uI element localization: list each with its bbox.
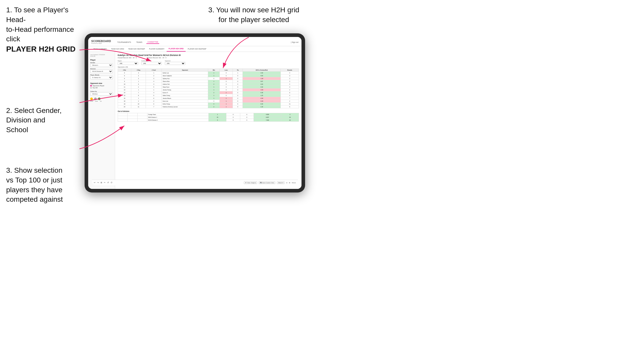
table-row: 1822Euna Lee010-5.002 bbox=[118, 100, 299, 103]
table-cell: -3.00 bbox=[243, 89, 281, 91]
table-cell: 4 bbox=[281, 72, 299, 74]
logo-area: SCOREBOARD Powered by clippd bbox=[91, 40, 111, 44]
table-cell: 2 bbox=[219, 91, 233, 94]
sign-out[interactable]: | Sign out bbox=[291, 41, 298, 43]
watch-btn[interactable]: Watch ▾ bbox=[277, 181, 285, 184]
out-table-cell: 7.400 bbox=[254, 119, 281, 122]
conference-select[interactable]: (All) bbox=[141, 62, 162, 65]
nav-teams[interactable]: TEAMS bbox=[135, 41, 143, 44]
out-table-cell: NAIA Division 1 bbox=[147, 116, 208, 119]
table-cell: 2 bbox=[281, 100, 299, 103]
region-select[interactable]: (All) bbox=[118, 62, 138, 65]
other-icon3[interactable]: ↺ bbox=[107, 181, 109, 184]
division-select[interactable]: NCAA Division III bbox=[90, 70, 113, 73]
table-row: 914Sharon Mun1003.673 bbox=[118, 80, 299, 83]
subnav-team-h2h-grid[interactable]: TEAM H2H GRID bbox=[109, 46, 126, 52]
radio-dot-1 bbox=[90, 85, 92, 86]
out-table-cell bbox=[118, 119, 128, 122]
table-cell: 6 bbox=[118, 72, 131, 74]
table-cell: 1 bbox=[131, 89, 146, 91]
other-icon4[interactable]: ⏱ bbox=[110, 181, 113, 184]
colour-by-select[interactable]: Win/loss bbox=[90, 92, 113, 96]
save-custom-btn[interactable]: 💾 Save Custom View bbox=[259, 181, 275, 184]
out-table-cell bbox=[128, 113, 137, 116]
table-cell: 6 bbox=[118, 77, 131, 80]
table-cell: 0 bbox=[208, 77, 219, 80]
subnav-player-summary[interactable]: PLAYER SUMMARY bbox=[147, 46, 167, 52]
player-section-label: Player bbox=[90, 59, 113, 61]
table-cell: 1 bbox=[219, 77, 233, 80]
instructions-left: 1. To see a Player's Head- to-Head perfo… bbox=[0, 0, 82, 217]
radio-opponents-played[interactable]: Opponents Played bbox=[90, 85, 113, 86]
table-cell: 2 bbox=[281, 89, 299, 91]
table-cell: 0 bbox=[219, 83, 233, 86]
subnav-team-summary[interactable]: TEAM SUMMARY bbox=[91, 46, 109, 52]
table-cell: 4 bbox=[281, 83, 299, 86]
table-cell: 0 bbox=[233, 103, 243, 105]
table-cell: 0 bbox=[233, 97, 243, 100]
data-table: # Div # Reg # Conf Opponent Win Loss Tie… bbox=[118, 69, 299, 108]
radio-top100[interactable]: Top 100 bbox=[90, 87, 113, 89]
subnav-player-h2h-grid[interactable]: PLAYER H2H GRID bbox=[167, 46, 186, 52]
nav-tournaments[interactable]: TOURNAMENTS bbox=[116, 41, 132, 44]
subnav-player-h2h-heatmap[interactable]: PLAYER H2H HEATMAP bbox=[186, 46, 208, 52]
table-cell: 2 bbox=[208, 91, 219, 94]
out-table-row: NCAA Division 25007.40010 bbox=[118, 119, 299, 122]
out-table-cell: 4.500 bbox=[254, 113, 281, 116]
player-rank-select[interactable]: 8. Katelyn Vo bbox=[90, 76, 113, 79]
table-cell: 1.25 bbox=[243, 94, 281, 97]
out-table-cell: 15 bbox=[209, 116, 226, 119]
share-label[interactable]: Share bbox=[292, 182, 296, 184]
step2-block: 2. Select Gender, Division and School bbox=[6, 106, 76, 135]
step2-text: 2. Select Gender, Division and School bbox=[6, 106, 76, 135]
table-cell: 0 bbox=[233, 77, 243, 80]
table-row: 631Esther Lee1011.504 bbox=[118, 72, 299, 74]
table-cell: 3 bbox=[131, 72, 146, 74]
table-cell: 0 bbox=[219, 89, 233, 91]
table-cell: 3 bbox=[281, 77, 299, 80]
table-cell: 1 bbox=[219, 105, 233, 108]
opponent-select[interactable]: (All) bbox=[165, 62, 185, 65]
table-cell: 1 bbox=[131, 80, 146, 83]
table-cell: 19 bbox=[118, 103, 131, 105]
table-cell: 5 bbox=[146, 86, 162, 89]
other-icon2[interactable]: ✂ bbox=[104, 181, 106, 184]
division-record: Division Record: 331 - 34 - 6 bbox=[147, 57, 166, 59]
colour-labels-row: Down Level Up bbox=[90, 101, 113, 102]
table-cell: 9 bbox=[118, 80, 131, 83]
subnav-team-h2h-heatmap[interactable]: TEAM H2H HEATMAP bbox=[126, 46, 147, 52]
table-cell: 4 bbox=[146, 80, 162, 83]
main-area: Katelyn Vo Head-to-Head Grid for Women's… bbox=[115, 52, 301, 189]
view-original-btn[interactable]: 👁 View: Original bbox=[244, 181, 257, 184]
table-cell: 6 bbox=[146, 97, 162, 100]
table-cell: 2 bbox=[131, 86, 146, 89]
table-cell: Jessica Huang bbox=[162, 89, 208, 91]
step3a-text: 3. Show selection vs Top 100 or just pla… bbox=[6, 166, 76, 204]
redo-icon[interactable]: ↪ bbox=[97, 181, 99, 184]
out-table-cell bbox=[137, 113, 147, 116]
table-cell: 3.67 bbox=[243, 80, 281, 83]
step1-block: 1. To see a Player's Head- to-Head perfo… bbox=[6, 5, 76, 54]
table-cell: 0 bbox=[233, 74, 243, 77]
table-cell: -0.94 bbox=[243, 97, 281, 100]
table-cell: 1.50 bbox=[243, 72, 281, 74]
table-row: 633Sydney Kuo010-1.003 bbox=[118, 77, 299, 80]
table-cell: 0 bbox=[233, 83, 243, 86]
other-icon1[interactable]: ⊞ bbox=[100, 181, 102, 184]
table-cell: 1 bbox=[233, 72, 243, 74]
out-table-cell: NCAA Division 2 bbox=[147, 119, 208, 122]
table-cell: 0 bbox=[219, 80, 233, 83]
nav-committee[interactable]: COMMITTEE bbox=[146, 41, 159, 44]
table-row: 1585Stella Cheng1001.254 bbox=[118, 94, 299, 97]
table-cell: 0 bbox=[233, 91, 243, 94]
undo-icon[interactable]: ↩ bbox=[94, 181, 96, 184]
table-cell: 7 bbox=[281, 97, 299, 100]
col-div: # Div bbox=[118, 69, 131, 72]
table-cell: 1 bbox=[208, 72, 219, 74]
table-cell: 2 bbox=[208, 105, 219, 108]
table-cell: 2 bbox=[131, 100, 146, 103]
out-table-cell: 0 bbox=[240, 119, 254, 122]
gender-select[interactable]: Women's bbox=[90, 63, 113, 67]
logo-text: SCOREBOARD bbox=[91, 40, 111, 43]
table-cell: 3 bbox=[281, 74, 299, 77]
